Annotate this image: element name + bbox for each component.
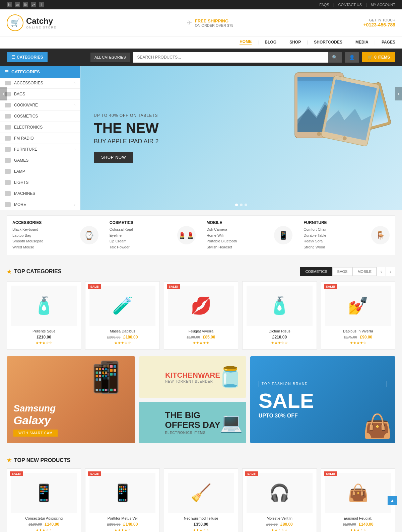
sidebar-item-accessories[interactable]: ACCESSORIES › <box>0 78 80 89</box>
search-input[interactable] <box>133 52 328 62</box>
samsung-brand-line2: Galaxy <box>13 414 58 427</box>
nav-links: HOME | BLOG | SHOP | SHORTCODES | MEDIA … <box>240 39 395 45</box>
sidebar-item-machines[interactable]: MACHINES <box>0 188 80 199</box>
new-product-stars-2: ★★★☆☆ <box>168 528 234 532</box>
facebook-icon[interactable]: fb <box>23 2 28 7</box>
cat-item-acc-0: Black Keyboard <box>12 227 43 233</box>
twitter-icon[interactable]: tw <box>15 2 20 7</box>
lamp-icon <box>5 169 11 174</box>
nav-bar: HOME | BLOG | SHOP | SHORTCODES | MEDIA … <box>0 36 402 49</box>
sidebar-item-furniture[interactable]: FURNITURE › <box>0 144 80 155</box>
featured-cat-furniture[interactable]: FURNITURE Comfort Chair Durable Table He… <box>298 216 395 255</box>
hero-dot-1[interactable] <box>235 204 238 206</box>
new-product-stars-3: ★★☆☆☆ <box>247 528 312 532</box>
banner-offers[interactable]: THE BIG OFFERS DAY ELECTRONICS ITEMS 💻 <box>139 402 246 443</box>
nav-shop[interactable]: SHOP <box>289 40 301 45</box>
sidebar: ☰ CATEGORIES ACCESSORIES › BAGS CO <box>0 66 80 210</box>
account-link[interactable]: MY ACCOUNT <box>371 3 395 7</box>
slider-nav-right[interactable]: › <box>395 87 402 100</box>
star-icon-2: ★ <box>7 457 11 463</box>
tab-next[interactable]: › <box>386 267 395 276</box>
sidebar-item-lamp[interactable]: LAMP <box>0 166 80 177</box>
tab-bags[interactable]: BAGS <box>332 267 353 276</box>
tab-mobile[interactable]: MOBILE <box>352 267 377 276</box>
sidebar-item-cookware[interactable]: COOKWARE › <box>0 100 80 111</box>
faqs-link[interactable]: FAQS <box>319 3 329 7</box>
furniture-arrow: › <box>74 148 75 151</box>
google-plus-icon[interactable]: g+ <box>31 2 36 7</box>
logo-text-area: Catchy ONLINE STORE <box>26 16 57 29</box>
new-product-name-1: Porttitor Metus Vel <box>89 516 155 520</box>
cat-item-fur-0: Comfort Chair <box>304 227 327 233</box>
nav-media[interactable]: MEDIA <box>355 40 368 45</box>
new-product-badge-3: SALE! <box>245 471 258 476</box>
hero-dot-3[interactable] <box>245 204 247 206</box>
nav-home[interactable]: HOME <box>240 39 252 45</box>
laptop-icon: 💻 <box>220 412 243 434</box>
more-label: MORE <box>14 202 26 207</box>
more-arrow: › <box>74 203 75 207</box>
banner-samsung[interactable]: 📱 📱 Samsung Galaxy WITH SMART CAM <box>7 356 135 443</box>
sidebar-item-more[interactable]: MORE › <box>0 199 80 210</box>
hero-dot-2[interactable] <box>240 204 243 206</box>
product-badge-2: SALE! <box>167 284 180 289</box>
top-categories-grid: 🧴 Pellente Sque £210.00 ★★★☆☆ SALE! 🧪 Ma… <box>7 281 395 350</box>
hero-content: UP TO 40% OFF ON TABLETS THE NEW BUY APP… <box>94 113 159 163</box>
product-price-1: £200.00 £180.00 <box>89 335 155 339</box>
new-product-img-3: 🎧 <box>247 473 312 513</box>
product-name-1: Massa Dapibus <box>89 329 155 333</box>
search-button[interactable]: 🔍 <box>328 52 342 63</box>
instagram-icon[interactable]: in <box>7 2 12 7</box>
cart-icon: 🛒 <box>367 55 373 60</box>
free-shipping-label: FREE SHIPPING <box>195 18 233 23</box>
slider-nav-left[interactable]: ‹ <box>0 87 7 100</box>
product-old-price-1: £200.00 <box>107 335 121 339</box>
product-price-3: £210.00 <box>247 335 312 339</box>
featured-cat-mobile[interactable]: MOBILE Dslr Camera Home Wifi Portable Bl… <box>201 216 298 255</box>
product-card-0: 🧴 Pellente Sque £210.00 ★★★☆☆ <box>7 281 81 350</box>
sidebar-item-bags[interactable]: BAGS <box>0 89 80 100</box>
cookware-label: COOKWARE <box>14 103 38 107</box>
cat-title-cosmetics: COSMETICS <box>110 220 133 225</box>
product-name-4: Dapibus In Viverra <box>325 329 391 333</box>
svg-point-10 <box>317 132 321 136</box>
featured-cat-cosmetics[interactable]: COSMETICS Colossal Kajal Eyeliner Lip Cr… <box>104 216 201 255</box>
cat-img-furniture: 🪑 <box>371 226 390 244</box>
cart-button[interactable]: 🛒 0 ITEMS <box>362 52 395 62</box>
product-new-price-1: £180.00 <box>123 335 138 339</box>
cart-label: 0 ITEMS <box>374 55 390 60</box>
furniture-label: FURNITURE <box>14 147 37 152</box>
banner-fashion[interactable]: TOP FASHION BRAND SALE UPTO 30% OFF 👜 <box>250 356 395 443</box>
sidebar-item-lights[interactable]: LIGHTS <box>0 177 80 188</box>
linkedin-icon[interactable]: li <box>39 2 44 7</box>
nav-shortcodes[interactable]: SHORTCODES <box>314 40 342 45</box>
cat-item-mob-2: Portable Bluetooth <box>207 238 237 244</box>
scroll-to-top[interactable]: ▲ <box>388 496 397 505</box>
new-product-img-1: 📱 <box>89 473 155 513</box>
hero-dots <box>235 204 247 206</box>
hero-shop-now-button[interactable]: SHOP NOW <box>94 152 133 163</box>
tab-prev[interactable]: ‹ <box>377 267 386 276</box>
games-label: GAMES <box>14 158 28 163</box>
tab-cosmetics[interactable]: COSMETICS <box>300 267 332 276</box>
sidebar-item-cosmetics[interactable]: COSMETICS <box>0 111 80 122</box>
contact-link[interactable]: CONTACT US <box>338 3 362 7</box>
offers-line1: THE BIG <box>165 410 220 420</box>
sidebar-item-electronics[interactable]: ELECTRONICS <box>0 122 80 133</box>
banner-kitchenware[interactable]: KITCHENWARE NEW TORRENT BLENDER 🫙 <box>139 356 246 398</box>
user-icon-button[interactable]: 👤 <box>345 52 359 63</box>
main-layout: ☰ CATEGORIES ACCESSORIES › BAGS CO <box>0 66 402 210</box>
nav-pages[interactable]: PAGES <box>382 40 395 45</box>
all-categories-button[interactable]: ALL CATEGORIES <box>90 53 130 62</box>
banner-row: 📱 📱 Samsung Galaxy WITH SMART CAM KITCHE… <box>0 356 402 450</box>
featured-cat-accessories[interactable]: ACCESSORIES Black Keyboard Laptop Bag Sm… <box>7 216 104 255</box>
cosmetics-icon <box>5 114 11 119</box>
cat-item-fur-3: Strong Wood <box>304 244 327 250</box>
logo-area: 🛒 Catchy ONLINE STORE <box>7 14 57 31</box>
sidebar-item-fmradio[interactable]: FM RADIO <box>0 133 80 144</box>
nav-blog[interactable]: BLOG <box>265 40 276 45</box>
shipping-area: ✈ FREE SHIPPING ON ORDER OVER $75 <box>187 18 233 27</box>
sidebar-item-games[interactable]: GAMES <box>0 155 80 166</box>
new-product-new-price-4: £140.00 <box>359 522 373 527</box>
categories-button[interactable]: ☰ CATEGORIES <box>7 52 48 62</box>
